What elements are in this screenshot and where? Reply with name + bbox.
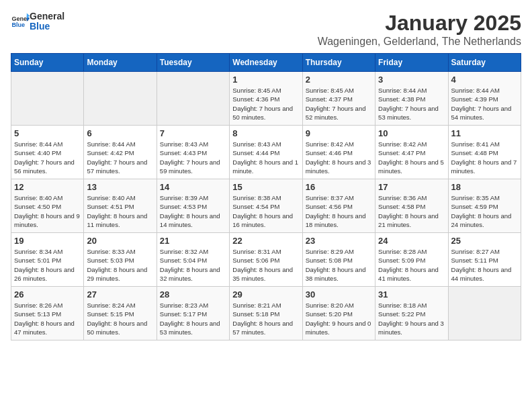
day-number: 24: [378, 236, 445, 246]
day-cell: 23Sunrise: 8:29 AMSunset: 5:08 PMDayligh…: [302, 233, 375, 287]
day-detail: Sunrise: 8:23 AMSunset: 5:17 PMDaylight:…: [160, 301, 226, 336]
day-detail: Sunrise: 8:42 AMSunset: 4:47 PMDaylight:…: [378, 140, 445, 175]
day-detail: Sunrise: 8:24 AMSunset: 5:15 PMDaylight:…: [87, 301, 153, 336]
day-detail: Sunrise: 8:40 AMSunset: 4:51 PMDaylight:…: [87, 193, 153, 229]
header-row: SundayMondayTuesdayWednesdayThursdayFrid…: [11, 54, 521, 72]
day-detail: Sunrise: 8:32 AMSunset: 5:04 PMDaylight:…: [160, 247, 226, 283]
week-row-5: 26Sunrise: 8:26 AMSunset: 5:13 PMDayligh…: [11, 287, 521, 340]
day-cell: 20Sunrise: 8:33 AMSunset: 5:03 PMDayligh…: [84, 233, 157, 287]
day-number: 28: [160, 289, 226, 300]
week-row-3: 12Sunrise: 8:40 AMSunset: 4:50 PMDayligh…: [11, 179, 521, 233]
column-header-tuesday: Tuesday: [157, 54, 229, 72]
day-number: 6: [87, 128, 153, 138]
day-cell: 26Sunrise: 8:26 AMSunset: 5:13 PMDayligh…: [11, 287, 84, 340]
day-cell: 9Sunrise: 8:42 AMSunset: 4:46 PMDaylight…: [302, 126, 375, 179]
day-detail: Sunrise: 8:44 AMSunset: 4:40 PMDaylight:…: [14, 140, 81, 175]
calendar-header: SundayMondayTuesdayWednesdayThursdayFrid…: [11, 54, 521, 72]
day-cell: 31Sunrise: 8:18 AMSunset: 5:22 PMDayligh…: [375, 287, 448, 340]
calendar-subtitle: Wageningen, Gelderland, The Netherlands: [318, 36, 521, 48]
day-cell: 19Sunrise: 8:34 AMSunset: 5:01 PMDayligh…: [11, 233, 84, 287]
day-cell: 1Sunrise: 8:45 AMSunset: 4:36 PMDaylight…: [230, 72, 302, 126]
day-detail: Sunrise: 8:35 AMSunset: 4:59 PMDaylight:…: [451, 193, 518, 229]
day-number: 18: [451, 182, 518, 192]
day-cell: 7Sunrise: 8:43 AMSunset: 4:43 PMDaylight…: [157, 126, 229, 179]
day-cell: 16Sunrise: 8:37 AMSunset: 4:56 PMDayligh…: [302, 179, 375, 233]
day-number: 21: [160, 236, 226, 246]
day-detail: Sunrise: 8:31 AMSunset: 5:06 PMDaylight:…: [232, 247, 299, 283]
day-cell: 11Sunrise: 8:41 AMSunset: 4:48 PMDayligh…: [448, 126, 521, 179]
column-header-thursday: Thursday: [302, 54, 375, 72]
day-number: 31: [378, 289, 445, 300]
header: General Blue General Blue January 2025 W…: [11, 11, 521, 48]
day-detail: Sunrise: 8:39 AMSunset: 4:53 PMDaylight:…: [160, 193, 226, 229]
day-detail: Sunrise: 8:44 AMSunset: 4:42 PMDaylight:…: [87, 140, 153, 175]
day-number: 26: [14, 289, 81, 300]
day-cell: 10Sunrise: 8:42 AMSunset: 4:47 PMDayligh…: [375, 126, 448, 179]
day-cell: 25Sunrise: 8:27 AMSunset: 5:11 PMDayligh…: [448, 233, 521, 287]
day-cell: 30Sunrise: 8:20 AMSunset: 5:20 PMDayligh…: [302, 287, 375, 340]
day-number: 11: [451, 128, 518, 138]
column-header-monday: Monday: [84, 54, 157, 72]
column-header-sunday: Sunday: [11, 54, 84, 72]
day-number: 9: [306, 128, 372, 138]
day-cell: 27Sunrise: 8:24 AMSunset: 5:15 PMDayligh…: [84, 287, 157, 340]
week-row-4: 19Sunrise: 8:34 AMSunset: 5:01 PMDayligh…: [11, 233, 521, 287]
title-area: January 2025 Wageningen, Gelderland, The…: [318, 11, 521, 48]
day-number: 17: [378, 182, 445, 192]
day-detail: Sunrise: 8:42 AMSunset: 4:46 PMDaylight:…: [306, 140, 372, 175]
day-detail: Sunrise: 8:41 AMSunset: 4:48 PMDaylight:…: [451, 140, 518, 175]
day-number: 3: [378, 75, 445, 85]
day-cell: [157, 72, 229, 126]
day-cell: 13Sunrise: 8:40 AMSunset: 4:51 PMDayligh…: [84, 179, 157, 233]
day-number: 27: [87, 289, 153, 300]
week-row-1: 1Sunrise: 8:45 AMSunset: 4:36 PMDaylight…: [11, 72, 521, 126]
day-detail: Sunrise: 8:40 AMSunset: 4:50 PMDaylight:…: [14, 193, 81, 229]
calendar-title: January 2025: [318, 11, 521, 36]
day-detail: Sunrise: 8:28 AMSunset: 5:09 PMDaylight:…: [378, 247, 445, 283]
day-detail: Sunrise: 8:45 AMSunset: 4:37 PMDaylight:…: [306, 86, 372, 122]
day-number: 1: [232, 75, 299, 85]
day-cell: 22Sunrise: 8:31 AMSunset: 5:06 PMDayligh…: [230, 233, 302, 287]
day-detail: Sunrise: 8:36 AMSunset: 4:58 PMDaylight:…: [378, 193, 445, 229]
day-cell: 8Sunrise: 8:43 AMSunset: 4:44 PMDaylight…: [230, 126, 302, 179]
day-cell: 3Sunrise: 8:44 AMSunset: 4:38 PMDaylight…: [375, 72, 448, 126]
day-cell: 15Sunrise: 8:38 AMSunset: 4:54 PMDayligh…: [230, 179, 302, 233]
day-detail: Sunrise: 8:44 AMSunset: 4:38 PMDaylight:…: [378, 86, 445, 122]
day-number: 15: [232, 182, 299, 192]
column-header-friday: Friday: [375, 54, 448, 72]
day-cell: 12Sunrise: 8:40 AMSunset: 4:50 PMDayligh…: [11, 179, 84, 233]
day-detail: Sunrise: 8:38 AMSunset: 4:54 PMDaylight:…: [232, 193, 299, 229]
day-detail: Sunrise: 8:37 AMSunset: 4:56 PMDaylight:…: [306, 193, 372, 229]
week-row-2: 5Sunrise: 8:44 AMSunset: 4:40 PMDaylight…: [11, 126, 521, 179]
day-number: 12: [14, 182, 81, 192]
day-cell: 21Sunrise: 8:32 AMSunset: 5:04 PMDayligh…: [157, 233, 229, 287]
day-number: 16: [306, 182, 372, 192]
day-cell: 4Sunrise: 8:44 AMSunset: 4:39 PMDaylight…: [448, 72, 521, 126]
day-detail: Sunrise: 8:33 AMSunset: 5:03 PMDaylight:…: [87, 247, 153, 283]
day-number: 22: [232, 236, 299, 246]
day-number: 29: [232, 289, 299, 300]
column-header-wednesday: Wednesday: [230, 54, 302, 72]
day-detail: Sunrise: 8:18 AMSunset: 5:22 PMDaylight:…: [378, 301, 445, 336]
day-number: 23: [306, 236, 372, 246]
day-number: 10: [378, 128, 445, 138]
day-cell: 5Sunrise: 8:44 AMSunset: 4:40 PMDaylight…: [11, 126, 84, 179]
calendar-table: SundayMondayTuesdayWednesdayThursdayFrid…: [11, 53, 521, 340]
day-number: 30: [306, 289, 372, 300]
logo-blue-text: Blue: [30, 21, 64, 32]
day-number: 13: [87, 182, 153, 192]
day-cell: [84, 72, 157, 126]
day-cell: 18Sunrise: 8:35 AMSunset: 4:59 PMDayligh…: [448, 179, 521, 233]
day-number: 5: [14, 128, 81, 138]
day-detail: Sunrise: 8:45 AMSunset: 4:36 PMDaylight:…: [232, 86, 299, 122]
day-number: 7: [160, 128, 226, 138]
day-detail: Sunrise: 8:29 AMSunset: 5:08 PMDaylight:…: [306, 247, 372, 283]
day-cell: 29Sunrise: 8:21 AMSunset: 5:18 PMDayligh…: [230, 287, 302, 340]
calendar-body: 1Sunrise: 8:45 AMSunset: 4:36 PMDaylight…: [11, 72, 521, 340]
day-detail: Sunrise: 8:27 AMSunset: 5:11 PMDaylight:…: [451, 247, 518, 283]
day-number: 25: [451, 236, 518, 246]
logo: General Blue General Blue: [11, 11, 64, 32]
logo-icon: General Blue: [11, 12, 30, 31]
day-cell: 2Sunrise: 8:45 AMSunset: 4:37 PMDaylight…: [302, 72, 375, 126]
day-cell: [11, 72, 84, 126]
